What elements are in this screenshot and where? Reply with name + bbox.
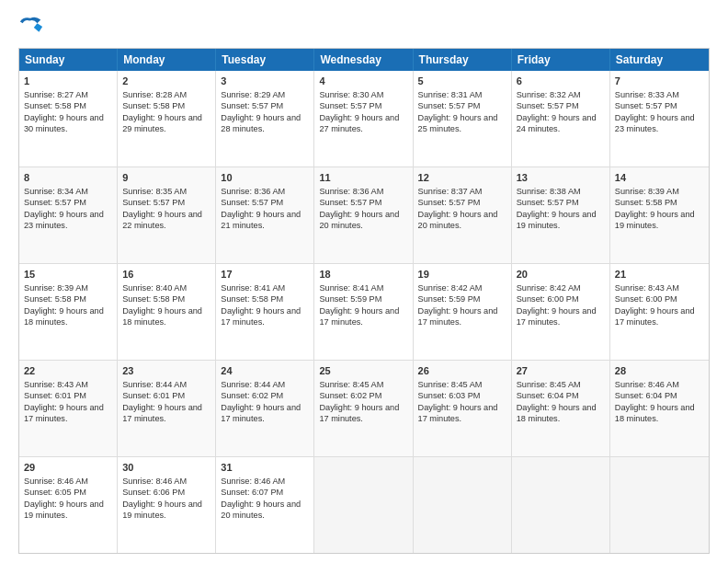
sunrise: Sunrise: 8:41 AM [221, 283, 285, 293]
daylight: Daylight: 9 hours and 17 minutes. [221, 403, 301, 423]
sunrise: Sunrise: 8:36 AM [221, 187, 285, 196]
sunset: Sunset: 5:58 PM [615, 198, 677, 207]
daylight: Daylight: 9 hours and 17 minutes. [122, 403, 202, 423]
day-number: 23 [122, 364, 210, 378]
day-number: 16 [122, 268, 210, 282]
daylight: Daylight: 9 hours and 17 minutes. [24, 403, 104, 423]
sunrise: Sunrise: 8:34 AM [24, 187, 88, 196]
sunset: Sunset: 5:58 PM [24, 294, 86, 304]
daylight: Daylight: 9 hours and 18 minutes. [517, 403, 597, 423]
calendar-cell: 18Sunrise: 8:41 AMSunset: 5:59 PMDayligh… [314, 264, 413, 360]
calendar-cell: 20Sunrise: 8:42 AMSunset: 6:00 PMDayligh… [512, 264, 610, 360]
calendar-cell: 14Sunrise: 8:39 AMSunset: 5:58 PMDayligh… [610, 167, 709, 263]
day-number: 3 [221, 75, 309, 88]
day-number: 6 [517, 75, 605, 88]
header [18, 15, 710, 40]
daylight: Daylight: 9 hours and 17 minutes. [319, 403, 399, 423]
calendar-cell: 30Sunrise: 8:46 AMSunset: 6:06 PMDayligh… [118, 457, 216, 553]
sunset: Sunset: 5:57 PM [418, 101, 481, 110]
sunrise: Sunrise: 8:43 AM [24, 380, 88, 389]
header-day-wednesday: Wednesday [314, 49, 413, 71]
sunrise: Sunrise: 8:42 AM [517, 283, 581, 293]
daylight: Daylight: 9 hours and 18 minutes. [122, 306, 202, 327]
page: SundayMondayTuesdayWednesdayThursdayFrid… [0, 0, 728, 563]
sunrise: Sunrise: 8:36 AM [319, 187, 383, 196]
sunset: Sunset: 5:57 PM [319, 198, 381, 207]
sunset: Sunset: 6:04 PM [517, 391, 579, 400]
sunrise: Sunrise: 8:27 AM [24, 90, 88, 99]
daylight: Daylight: 9 hours and 28 minutes. [221, 113, 301, 133]
header-day-saturday: Saturday [610, 49, 709, 71]
logo [18, 15, 48, 40]
daylight: Daylight: 9 hours and 23 minutes. [24, 210, 104, 230]
calendar-cell: 15Sunrise: 8:39 AMSunset: 5:58 PMDayligh… [19, 264, 118, 360]
sunset: Sunset: 6:01 PM [122, 391, 185, 400]
daylight: Daylight: 9 hours and 17 minutes. [319, 306, 399, 327]
daylight: Daylight: 9 hours and 24 minutes. [517, 113, 597, 133]
calendar-cell: 26Sunrise: 8:45 AMSunset: 6:03 PMDayligh… [414, 361, 512, 456]
sunrise: Sunrise: 8:46 AM [221, 477, 285, 486]
sunrise: Sunrise: 8:43 AM [615, 283, 679, 293]
day-number: 24 [221, 364, 309, 378]
sunrise: Sunrise: 8:46 AM [615, 380, 679, 389]
calendar-row-2: 8Sunrise: 8:34 AMSunset: 5:57 PMDaylight… [19, 167, 709, 264]
sunset: Sunset: 6:00 PM [517, 294, 579, 304]
calendar-cell: 16Sunrise: 8:40 AMSunset: 5:58 PMDayligh… [118, 264, 216, 360]
sunrise: Sunrise: 8:45 AM [517, 380, 581, 389]
header-day-friday: Friday [512, 49, 610, 71]
daylight: Daylight: 9 hours and 19 minutes. [24, 500, 104, 520]
daylight: Daylight: 9 hours and 25 minutes. [418, 113, 498, 133]
sunset: Sunset: 5:57 PM [319, 101, 381, 110]
sunrise: Sunrise: 8:39 AM [615, 187, 679, 196]
sunset: Sunset: 6:06 PM [122, 488, 185, 497]
daylight: Daylight: 9 hours and 19 minutes. [517, 210, 597, 230]
sunrise: Sunrise: 8:41 AM [319, 283, 383, 293]
sunrise: Sunrise: 8:35 AM [122, 187, 187, 196]
day-number: 19 [418, 268, 506, 282]
daylight: Daylight: 9 hours and 20 minutes. [319, 210, 399, 230]
calendar-row-3: 15Sunrise: 8:39 AMSunset: 5:58 PMDayligh… [19, 264, 709, 361]
sunset: Sunset: 5:57 PM [24, 198, 86, 207]
sunset: Sunset: 5:59 PM [418, 294, 481, 304]
calendar-cell: 31Sunrise: 8:46 AMSunset: 6:07 PMDayligh… [216, 457, 314, 553]
daylight: Daylight: 9 hours and 17 minutes. [517, 306, 597, 327]
day-number: 17 [221, 268, 309, 282]
calendar-cell: 4Sunrise: 8:30 AMSunset: 5:57 PMDaylight… [314, 71, 413, 167]
day-number: 14 [615, 171, 704, 185]
sunset: Sunset: 6:05 PM [24, 488, 86, 497]
sunrise: Sunrise: 8:30 AM [319, 90, 383, 99]
day-number: 31 [221, 461, 309, 475]
sunrise: Sunrise: 8:32 AM [517, 90, 581, 99]
daylight: Daylight: 9 hours and 21 minutes. [221, 210, 301, 230]
calendar-cell: 29Sunrise: 8:46 AMSunset: 6:05 PMDayligh… [19, 457, 118, 553]
sunrise: Sunrise: 8:29 AM [221, 90, 285, 99]
calendar-cell: 2Sunrise: 8:28 AMSunset: 5:58 PMDaylight… [118, 71, 216, 167]
sunrise: Sunrise: 8:44 AM [122, 380, 187, 389]
calendar-cell: 22Sunrise: 8:43 AMSunset: 6:01 PMDayligh… [19, 361, 118, 456]
sunset: Sunset: 5:57 PM [418, 198, 481, 207]
header-day-tuesday: Tuesday [216, 49, 314, 71]
sunrise: Sunrise: 8:44 AM [221, 380, 285, 389]
calendar-cell: 21Sunrise: 8:43 AMSunset: 6:00 PMDayligh… [610, 264, 709, 360]
day-number: 2 [122, 75, 210, 88]
calendar-cell: 23Sunrise: 8:44 AMSunset: 6:01 PMDayligh… [118, 361, 216, 456]
sunset: Sunset: 5:59 PM [319, 294, 381, 304]
sunset: Sunset: 5:57 PM [122, 198, 185, 207]
daylight: Daylight: 9 hours and 19 minutes. [615, 210, 695, 230]
sunset: Sunset: 6:04 PM [615, 391, 677, 400]
calendar-row-1: 1Sunrise: 8:27 AMSunset: 5:58 PMDaylight… [19, 71, 709, 167]
calendar-cell: 13Sunrise: 8:38 AMSunset: 5:57 PMDayligh… [512, 167, 610, 263]
sunset: Sunset: 6:03 PM [418, 391, 481, 400]
day-number: 8 [24, 171, 112, 185]
sunrise: Sunrise: 8:39 AM [24, 283, 88, 293]
sunrise: Sunrise: 8:46 AM [24, 477, 88, 486]
daylight: Daylight: 9 hours and 30 minutes. [24, 113, 104, 133]
sunset: Sunset: 5:57 PM [517, 198, 579, 207]
sunrise: Sunrise: 8:45 AM [418, 380, 483, 389]
calendar-row-5: 29Sunrise: 8:46 AMSunset: 6:05 PMDayligh… [19, 457, 709, 553]
calendar-row-4: 22Sunrise: 8:43 AMSunset: 6:01 PMDayligh… [19, 361, 709, 457]
calendar-cell: 24Sunrise: 8:44 AMSunset: 6:02 PMDayligh… [216, 361, 314, 456]
daylight: Daylight: 9 hours and 18 minutes. [615, 403, 695, 423]
day-number: 20 [517, 268, 605, 282]
sunset: Sunset: 5:58 PM [221, 294, 283, 304]
